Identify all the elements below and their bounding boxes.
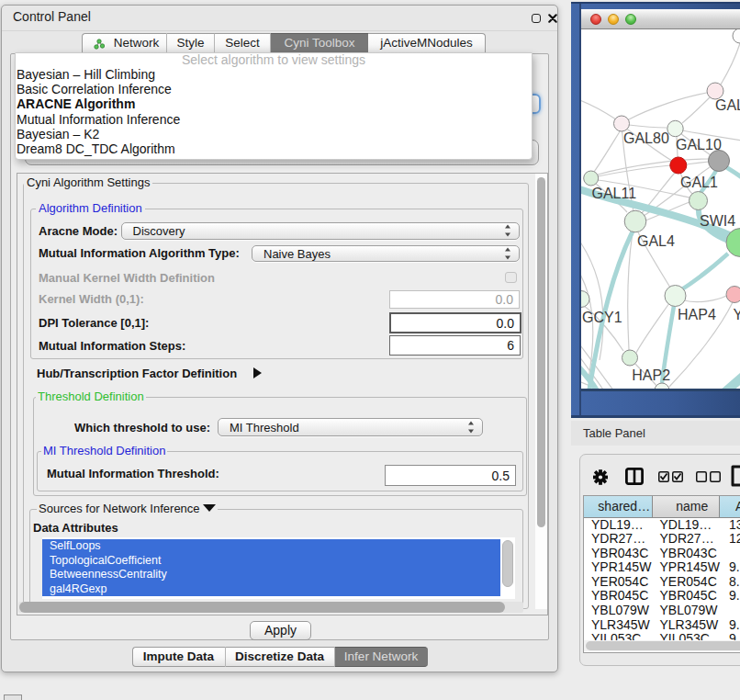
svg-text:GAL1: GAL1 (715, 97, 740, 113)
svg-text:GAL10: GAL10 (676, 137, 722, 152)
svg-text:GAL80: GAL80 (623, 130, 669, 146)
svg-text:GAL11: GAL11 (592, 186, 637, 201)
svg-text:HAP2: HAP2 (632, 367, 670, 383)
svg-text:SWI4: SWI4 (700, 213, 735, 229)
svg-text:GAL1: GAL1 (680, 175, 718, 190)
svg-text:GAL4: GAL4 (637, 233, 675, 249)
svg-text:GCY1: GCY1 (582, 310, 622, 325)
svg-text:Y: Y (734, 307, 740, 322)
svg-text:HAP4: HAP4 (678, 307, 716, 322)
